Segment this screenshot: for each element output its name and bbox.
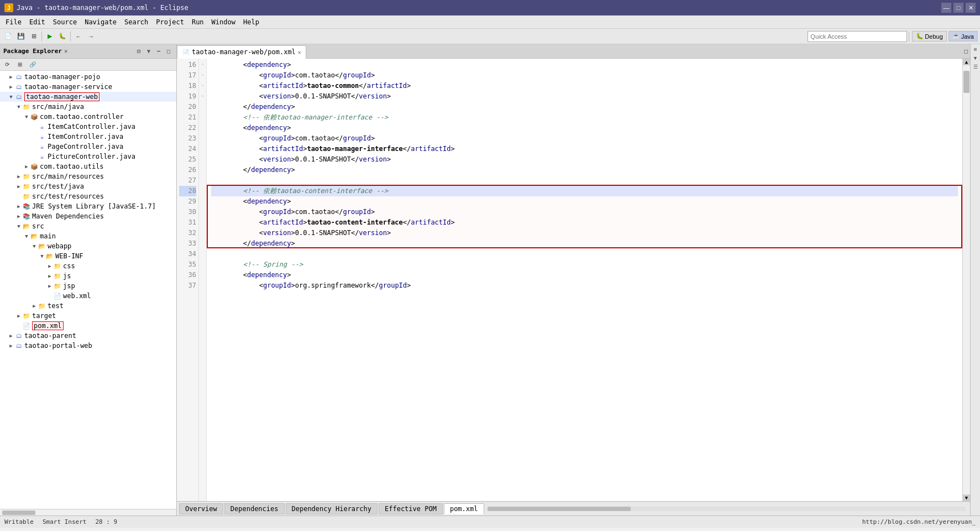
- pe-toolbar-btn-link[interactable]: 🔗: [27, 59, 39, 71]
- quick-access-input[interactable]: [808, 31, 907, 42]
- menu-run[interactable]: Run: [188, 17, 207, 27]
- menu-navigate[interactable]: Navigate: [81, 17, 120, 27]
- pe-toolbar-btn-1[interactable]: ⟳: [1, 59, 13, 71]
- toggle-jre[interactable]: ▶: [15, 203, 22, 210]
- tree-item-parent[interactable]: ▶ 🗂 taotao-parent: [0, 331, 176, 341]
- pe-hscrollbar-thumb[interactable]: [2, 511, 35, 515]
- tab-dependencies[interactable]: Dependencies: [224, 503, 285, 514]
- tree-item-maven-deps[interactable]: ▶ 📚 Maven Dependencies: [0, 211, 176, 221]
- pe-min-btn[interactable]: —: [154, 47, 163, 56]
- tree-item-css[interactable]: ▶ 📁 css: [0, 261, 176, 271]
- tab-close-btn[interactable]: ✕: [298, 49, 301, 55]
- tree-item-webapp[interactable]: ▼ 📂 webapp: [0, 241, 176, 251]
- tree-item-src[interactable]: ▼ 📂 src: [0, 221, 176, 231]
- pe-hscrollbar[interactable]: [0, 509, 176, 516]
- tree-item-jre[interactable]: ▶ 📚 JRE System Library [JavaSE-1.7]: [0, 201, 176, 211]
- perspective-java-btn[interactable]: ☕ Java: [948, 31, 978, 41]
- editor-vscrollbar[interactable]: ▲ ▼: [962, 59, 970, 501]
- minimize-button[interactable]: —: [941, 3, 951, 13]
- tree-item-js[interactable]: ▶ 📁 js: [0, 271, 176, 281]
- tree-item-jsp[interactable]: ▶ 📁 jsp: [0, 281, 176, 291]
- toggle-js[interactable]: ▶: [46, 273, 53, 279]
- code-content[interactable]: <dependency> <groupId>com.taotao</groupI…: [207, 59, 962, 501]
- fold-29[interactable]: ◦: [199, 81, 206, 91]
- rs-btn-1[interactable]: ⊞: [972, 45, 979, 53]
- maximize-button[interactable]: □: [953, 3, 963, 13]
- toggle-utils[interactable]: ▶: [23, 163, 30, 170]
- menu-project[interactable]: Project: [153, 17, 187, 27]
- tab-pomxml[interactable]: pom.xml: [444, 503, 484, 514]
- fold-36[interactable]: ◦: [199, 91, 206, 102]
- toggle-service[interactable]: ▶: [8, 84, 14, 90]
- tree-item-pomxml[interactable]: 📄 pom.xml: [0, 321, 176, 331]
- toggle-target[interactable]: ▶: [15, 313, 22, 319]
- toggle-jsp[interactable]: ▶: [46, 283, 53, 289]
- menu-window[interactable]: Window: [208, 17, 239, 27]
- menu-file[interactable]: File: [2, 17, 25, 27]
- close-button[interactable]: ✕: [966, 3, 976, 13]
- toggle-test[interactable]: ▶: [31, 303, 38, 309]
- tree-item-main[interactable]: ▼ 📂 main: [0, 231, 176, 241]
- tree-item-portal[interactable]: ▶ 🗂 taotao-portal-web: [0, 341, 176, 351]
- pe-collapse-btn[interactable]: ⊟: [134, 47, 143, 56]
- tree-item-itemcat[interactable]: ☕ ItemCatController.java: [0, 122, 176, 132]
- tree-item-src-test-java[interactable]: ▶ 📁 src/test/java: [0, 181, 176, 191]
- toggle-src-resources[interactable]: ▶: [15, 173, 22, 180]
- toolbar-debug-btn[interactable]: 🐛: [56, 30, 69, 43]
- fold-22[interactable]: ◦: [199, 70, 206, 81]
- toggle-maven-deps[interactable]: ▶: [15, 213, 22, 220]
- tree-item-src-test-resources[interactable]: 📁 src/test/resources: [0, 191, 176, 201]
- editor-tab-pom[interactable]: 📄 taotao-manager-web/pom.xml ✕: [177, 45, 306, 59]
- toggle-parent[interactable]: ▶: [8, 332, 14, 339]
- scroll-up-btn[interactable]: ▲: [963, 59, 970, 65]
- rs-btn-3[interactable]: ☰: [972, 63, 979, 71]
- menu-source[interactable]: Source: [50, 17, 80, 27]
- toggle-webinf[interactable]: ▼: [39, 253, 45, 259]
- toolbar-forward-btn[interactable]: →: [85, 30, 97, 43]
- menu-help[interactable]: Help: [240, 17, 263, 27]
- code-hscrollbar-thumb[interactable]: [488, 507, 631, 511]
- pe-max-btn[interactable]: □: [164, 47, 173, 56]
- code-hscrollbar-track[interactable]: [488, 507, 966, 511]
- tree-item-src-main-java[interactable]: ▼ 📁 src/main/java: [0, 102, 176, 112]
- toolbar-back-btn[interactable]: ←: [72, 30, 85, 43]
- package-explorer-close-icon[interactable]: ✕: [64, 48, 68, 55]
- scroll-track[interactable]: [963, 65, 970, 494]
- tree-item-controller[interactable]: ▼ 📦 com.taotao.controller: [0, 112, 176, 122]
- tree-item-web[interactable]: ▼ 🗂 taotao-manager-web: [0, 92, 176, 102]
- toggle-main[interactable]: ▼: [23, 233, 30, 240]
- tab-overview[interactable]: Overview: [179, 503, 223, 514]
- pe-toolbar-btn-2[interactable]: ⊞: [14, 59, 26, 71]
- scroll-down-btn[interactable]: ▼: [963, 494, 970, 501]
- toolbar-run-btn[interactable]: ▶: [44, 30, 56, 43]
- toolbar-save-btn[interactable]: 💾: [15, 30, 27, 43]
- toggle-css[interactable]: ▶: [46, 263, 53, 269]
- editor-maximize-btn[interactable]: □: [964, 48, 968, 55]
- toggle-src-test-java[interactable]: ▶: [15, 183, 22, 190]
- toggle-controller[interactable]: ▼: [23, 113, 30, 120]
- toggle-webapp[interactable]: ▼: [31, 243, 38, 249]
- toggle-src[interactable]: ▼: [15, 223, 22, 230]
- pe-menu-btn[interactable]: ▼: [144, 47, 153, 56]
- tree-item-target[interactable]: ▶ 📁 target: [0, 311, 176, 321]
- toggle-portal[interactable]: ▶: [8, 342, 14, 349]
- toolbar-save-all-btn[interactable]: ⊞: [28, 30, 40, 43]
- tree-item-pojo[interactable]: ▶ 🗂 taotao-manager-pojo: [0, 72, 176, 82]
- toggle-web[interactable]: ▼: [8, 93, 14, 100]
- tree-item-webxml[interactable]: 📄 web.xml: [0, 291, 176, 301]
- tree-item-service[interactable]: ▶ 🗂 taotao-manager-service: [0, 82, 176, 92]
- tree-item-picture[interactable]: ☕ PictureController.java: [0, 152, 176, 162]
- tree-item-webinf[interactable]: ▼ 📂 WEB-INF: [0, 251, 176, 261]
- scroll-thumb[interactable]: [963, 71, 969, 93]
- toolbar-new-btn[interactable]: 📄: [2, 30, 14, 43]
- toggle-pojo[interactable]: ▶: [8, 74, 14, 80]
- editor-max-icon[interactable]: □: [964, 48, 968, 55]
- menu-edit[interactable]: Edit: [26, 17, 49, 27]
- toggle-src-main-java[interactable]: ▼: [15, 103, 22, 110]
- tree-item-item[interactable]: ☕ ItemController.java: [0, 132, 176, 142]
- tab-dep-hierarchy[interactable]: Dependency Hierarchy: [286, 503, 378, 514]
- menu-search[interactable]: Search: [121, 17, 151, 27]
- tree-item-src-resources[interactable]: ▶ 📁 src/main/resources: [0, 171, 176, 181]
- fold-16[interactable]: ◦: [199, 60, 206, 70]
- tree-item-utils[interactable]: ▶ 📦 com.taotao.utils: [0, 162, 176, 171]
